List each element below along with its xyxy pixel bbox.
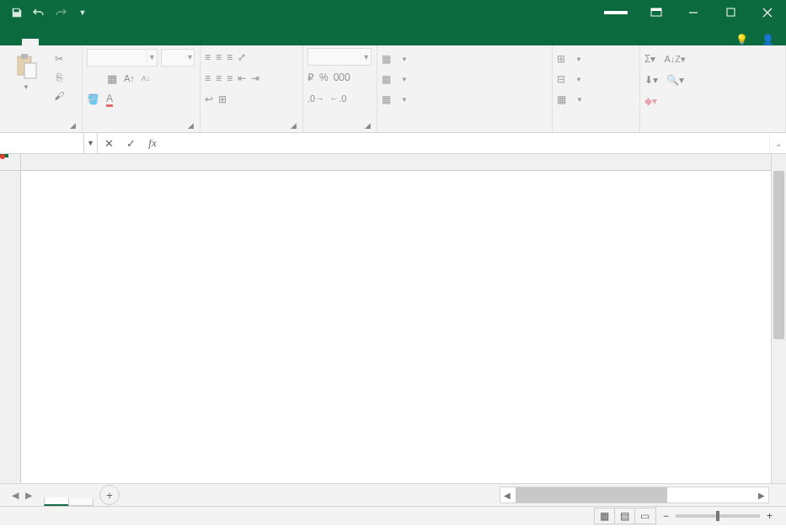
svg-rect-5	[21, 54, 28, 59]
redo-button[interactable]	[51, 3, 71, 23]
number-format-combo[interactable]: ▼	[307, 48, 372, 66]
delete-cells-button[interactable]: ⊟▼	[557, 70, 582, 88]
comma-format-icon[interactable]: 000	[334, 72, 350, 83]
tab-file[interactable]	[5, 39, 22, 45]
accept-formula-button[interactable]: ✓	[120, 137, 142, 150]
align-right-icon[interactable]: ≡	[227, 72, 233, 84]
hscroll-right-icon[interactable]: ▶	[755, 491, 768, 500]
clear-button[interactable]: ◆▾	[644, 95, 657, 107]
font-color-button[interactable]: A	[106, 93, 113, 107]
tab-help[interactable]	[157, 39, 174, 45]
row-headers	[0, 171, 21, 483]
format-cells-icon: ▦	[557, 93, 566, 105]
percent-format-icon[interactable]: %	[319, 72, 329, 83]
quick-access-toolbar: ▼	[0, 3, 93, 23]
cut-button[interactable]: ✂	[51, 51, 67, 66]
wrap-text-icon[interactable]: ↩	[205, 93, 213, 105]
dialog-launcher-icon[interactable]: ◢	[188, 121, 194, 130]
horizontal-scrollbar[interactable]: ◀ ▶	[500, 487, 769, 503]
share-icon: 👤	[762, 34, 774, 45]
align-middle-icon[interactable]: ≡	[216, 51, 222, 63]
increase-decimal-icon[interactable]: .0→	[307, 93, 324, 104]
align-center-icon[interactable]: ≡	[216, 72, 222, 84]
autosum-button[interactable]: Σ▾	[644, 53, 655, 65]
decrease-decimal-icon[interactable]: ←.0	[329, 93, 346, 104]
formula-input[interactable]	[163, 133, 769, 153]
indent-increase-icon[interactable]: ⇥	[251, 72, 259, 84]
ribbon-options-button[interactable]	[638, 0, 675, 24]
find-select-button[interactable]: 🔍▾	[666, 74, 684, 86]
copy-button[interactable]: ⎘	[51, 70, 67, 85]
tab-formulas[interactable]	[72, 39, 89, 45]
insert-cells-icon: ⊞	[557, 53, 565, 65]
zoom-slider[interactable]	[676, 514, 760, 518]
insert-cells-button[interactable]: ⊞▼	[557, 50, 582, 68]
format-painter-button[interactable]: 🖌	[51, 88, 67, 104]
conditional-formatting-button[interactable]: ▦▼	[382, 50, 408, 68]
tell-me-button[interactable]: 💡	[735, 34, 751, 45]
active-cell[interactable]	[0, 154, 8, 157]
fill-color-button[interactable]: 🪣	[87, 93, 99, 105]
column-headers	[21, 154, 771, 171]
accounting-format-icon[interactable]: ₽	[307, 72, 314, 83]
fill-button[interactable]: ⬇▾	[644, 74, 658, 86]
vertical-scrollbar[interactable]	[771, 154, 786, 483]
align-left-icon[interactable]: ≡	[205, 72, 211, 84]
tab-insert[interactable]	[39, 39, 56, 45]
tab-data[interactable]	[89, 39, 106, 45]
login-button[interactable]	[604, 11, 628, 14]
tab-layout[interactable]	[56, 39, 72, 45]
zoom-in-button[interactable]: +	[767, 510, 773, 522]
cells-area[interactable]	[21, 171, 771, 483]
zoom-out-button[interactable]: −	[663, 510, 669, 522]
cancel-formula-button[interactable]: ✕	[98, 137, 120, 150]
sort-filter-button[interactable]: A↓Z▾	[664, 54, 686, 65]
sheet-nav-prev[interactable]: ◀	[12, 490, 19, 501]
minimize-button[interactable]	[675, 0, 712, 24]
new-sheet-button[interactable]: +	[99, 485, 120, 505]
format-cells-button[interactable]: ▦▼	[557, 90, 583, 109]
merge-cells-icon[interactable]: ⊞	[218, 93, 227, 105]
normal-view-button[interactable]: ▦	[595, 508, 615, 524]
format-as-table-button[interactable]: ▦▼	[382, 70, 408, 88]
undo-button[interactable]	[29, 3, 49, 23]
insert-function-button[interactable]: fx	[142, 136, 163, 150]
name-box[interactable]	[0, 133, 84, 153]
dialog-launcher-icon[interactable]: ◢	[365, 121, 371, 130]
align-top-icon[interactable]: ≡	[205, 51, 211, 63]
decrease-font-icon[interactable]: A↓	[142, 74, 151, 82]
sheet-tab-2[interactable]	[68, 498, 94, 506]
orientation-icon[interactable]: ⤢	[238, 51, 246, 63]
name-box-dropdown[interactable]: ▼	[84, 133, 98, 153]
vertical-scroll-thumb[interactable]	[773, 171, 784, 339]
maximize-button[interactable]	[712, 0, 749, 24]
sheet-tab-active[interactable]	[44, 497, 69, 506]
cell-styles-button[interactable]: ▦▼	[382, 90, 408, 109]
dialog-launcher-icon[interactable]: ◢	[291, 121, 297, 130]
status-bar: ▦ ▤ ▭ − +	[0, 506, 786, 525]
page-layout-view-button[interactable]: ▤	[615, 508, 635, 524]
font-name-combo[interactable]: ▼	[87, 49, 158, 66]
tab-review[interactable]	[106, 39, 123, 45]
font-size-combo[interactable]: ▼	[161, 49, 195, 66]
indent-decrease-icon[interactable]: ⇤	[238, 72, 246, 84]
share-button[interactable]: 👤	[762, 34, 778, 45]
paste-button[interactable]: ▼	[4, 48, 48, 91]
expand-formula-bar-button[interactable]: ⌄	[769, 133, 786, 153]
dialog-launcher-icon[interactable]: ◢	[70, 121, 76, 130]
tab-view[interactable]	[123, 39, 140, 45]
tab-developer[interactable]	[140, 39, 157, 45]
page-break-view-button[interactable]: ▭	[635, 508, 655, 524]
close-button[interactable]	[749, 0, 786, 24]
tab-home[interactable]	[22, 39, 39, 45]
align-bottom-icon[interactable]: ≡	[227, 51, 233, 63]
zoom-slider-handle[interactable]	[716, 511, 719, 521]
border-button[interactable]: ▦	[107, 72, 117, 85]
horizontal-scroll-thumb[interactable]	[516, 487, 667, 503]
qat-customize-icon[interactable]: ▼	[72, 3, 93, 23]
spreadsheet-grid	[0, 154, 786, 483]
sheet-nav-next[interactable]: ▶	[25, 490, 32, 501]
save-button[interactable]	[7, 3, 27, 23]
increase-font-icon[interactable]: A↑	[124, 73, 135, 83]
hscroll-left-icon[interactable]: ◀	[500, 491, 514, 500]
